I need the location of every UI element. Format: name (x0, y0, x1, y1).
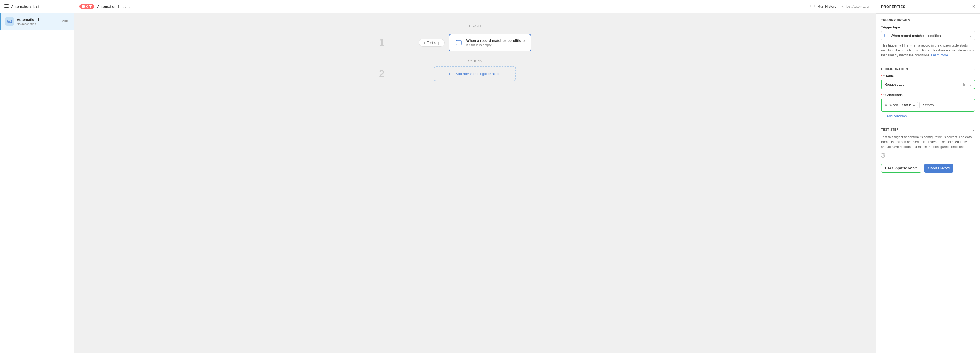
step-number-2: 2 (379, 68, 385, 80)
use-suggested-record-button[interactable]: Use suggested record (881, 164, 921, 173)
collapse-icon[interactable]: ⌄ (972, 18, 975, 22)
trigger-node[interactable]: When a record matches conditions If Stat… (449, 34, 531, 51)
trigger-node-text: When a record matches conditions If Stat… (466, 39, 526, 47)
test-automation-icon: △ (841, 5, 843, 8)
condition-operator-chevron: ⌄ (935, 103, 938, 107)
table-label: * * Table (881, 74, 975, 78)
svg-rect-2 (5, 7, 9, 8)
svg-rect-3 (8, 20, 11, 23)
table-select[interactable]: Request Log ⌄ (881, 80, 975, 89)
sidebar-header[interactable]: Automations List (0, 0, 74, 13)
conditions-field: * * Conditions × When Status ⌄ is empty … (881, 93, 975, 118)
svg-rect-1 (5, 6, 9, 6)
remove-condition-button[interactable]: × (885, 102, 888, 108)
topbar-icons: ⓘ ⌄ (123, 4, 131, 9)
trigger-details-header: TRIGGER DETAILS ⌄ (881, 18, 975, 22)
chevron-down-icon[interactable]: ⌄ (128, 5, 131, 8)
configuration-title: CONFIGURATION (881, 67, 908, 71)
condition-when: When (889, 103, 898, 107)
automation-toggle[interactable]: OFF (80, 4, 94, 9)
table-value: Request Log (885, 82, 905, 87)
condition-row: × When Status ⌄ is empty ⌄ (885, 102, 972, 108)
test-step-actions: Use suggested record Choose record (881, 164, 975, 173)
table-chevron: ⌄ (969, 82, 972, 87)
run-history-label: Run History (818, 5, 837, 8)
topbar-left: OFF Automation 1 ⓘ ⌄ (80, 4, 131, 9)
condition-field-label: Status (902, 103, 912, 107)
conditions-required-star: * (881, 93, 883, 97)
test-automation-label: Test Automation (845, 5, 871, 8)
plus-icon: + (449, 72, 450, 76)
toggle-circle (82, 5, 85, 8)
sidebar: Automations List Automation 1 No descrip… (0, 0, 74, 353)
test-step-button[interactable]: ▷ Test step (419, 39, 444, 46)
properties-panel: Properties × TRIGGER DETAILS ⌄ Trigger t… (876, 0, 980, 353)
configuration-section: CONFIGURATION ⌄ * * Table Request Log ⌄ (876, 62, 980, 123)
connector-line (475, 51, 475, 60)
trigger-node-icon (454, 38, 463, 47)
required-star: * (881, 74, 883, 78)
actions-label: ACTIONS (467, 60, 483, 63)
condition-field-chevron: ⌄ (913, 103, 915, 107)
table-select-wrapper: Request Log ⌄ (881, 80, 975, 89)
automation-name: Automation 1 (17, 17, 58, 22)
add-action-label: + Add advanced logic or action (453, 72, 501, 76)
configuration-header: CONFIGURATION ⌄ (881, 67, 975, 71)
svg-rect-0 (5, 5, 9, 5)
trigger-label: TRIGGER (467, 24, 483, 27)
condition-field-chip[interactable]: Status ⌄ (900, 102, 918, 108)
panel-header: Properties × (876, 0, 980, 14)
condition-operator-label: is empty (922, 103, 934, 107)
topbar-right: ⋮⋮ Run History △ Test Automation (809, 5, 870, 8)
info-icon[interactable]: ⓘ (123, 4, 126, 9)
automation-list-item[interactable]: Automation 1 No description OFF (0, 13, 74, 30)
topbar: OFF Automation 1 ⓘ ⌄ ⋮⋮ Run History △ Te… (74, 0, 876, 13)
step-number-1: 1 (379, 37, 385, 48)
config-collapse-icon[interactable]: ⌄ (972, 67, 975, 71)
menu-icon (5, 4, 9, 9)
test-step-label: Test step (427, 41, 440, 44)
run-history-icon: ⋮⋮ (809, 5, 816, 8)
test-step-header: TEST STEP ⌄ (881, 127, 975, 131)
trigger-type-label: Trigger type (881, 25, 975, 29)
automation-status-badge: OFF (60, 19, 69, 24)
trigger-type-chevron: ⌄ (969, 34, 972, 38)
test-step-section: TEST STEP ⌄ Test this trigger to confirm… (876, 123, 980, 177)
canvas-flow: TRIGGER 1 ▷ Test step When a record matc… (85, 24, 865, 81)
trigger-type-select[interactable]: When record matches conditions ⌄ (881, 31, 975, 40)
condition-operator-chip[interactable]: is empty ⌄ (920, 102, 940, 108)
run-history-button[interactable]: ⋮⋮ Run History (809, 5, 837, 8)
conditions-box: × When Status ⌄ is empty ⌄ (881, 98, 975, 112)
trigger-type-value: When record matches conditions (891, 34, 967, 38)
trigger-description: This trigger will fire when a record in … (881, 43, 975, 58)
trigger-details-title: TRIGGER DETAILS (881, 19, 910, 22)
choose-record-button[interactable]: Choose record (924, 164, 953, 173)
test-step-collapse-icon[interactable]: ⌄ (972, 127, 975, 131)
close-button[interactable]: × (972, 4, 975, 9)
toggle-label: OFF (86, 5, 92, 8)
learn-more-link[interactable]: Learn more (931, 53, 948, 57)
trigger-type-icon (884, 33, 888, 38)
main-canvas: OFF Automation 1 ⓘ ⌄ ⋮⋮ Run History △ Te… (74, 0, 876, 353)
automation-info: Automation 1 No description (17, 17, 58, 25)
actions-section: ACTIONS 2 + + Add advanced logic or acti… (379, 60, 571, 81)
topbar-automation-name: Automation 1 (97, 5, 120, 9)
trigger-node-subtitle: If Status is empty (466, 43, 526, 47)
add-condition-plus: + (881, 114, 883, 118)
trigger-node-title: When a record matches conditions (466, 39, 526, 43)
automation-description: No description (17, 22, 58, 25)
canvas-area: TRIGGER 1 ▷ Test step When a record matc… (74, 13, 876, 353)
svg-rect-12 (964, 83, 967, 86)
add-condition-button[interactable]: + + Add condition (881, 114, 907, 118)
svg-rect-6 (456, 41, 461, 45)
automation-icon (5, 17, 14, 26)
svg-rect-9 (885, 34, 888, 37)
table-field: * * Table Request Log ⌄ (881, 74, 975, 89)
step-number-3: 3 (881, 151, 975, 160)
table-icon: ⌄ (963, 82, 972, 87)
add-action-button[interactable]: + + Add advanced logic or action (434, 66, 516, 81)
play-icon: ▷ (423, 41, 425, 44)
test-automation-button[interactable]: △ Test Automation (841, 5, 871, 8)
test-step-description: Test this trigger to confirm its configu… (881, 135, 975, 149)
sidebar-title: Automations List (11, 5, 40, 9)
